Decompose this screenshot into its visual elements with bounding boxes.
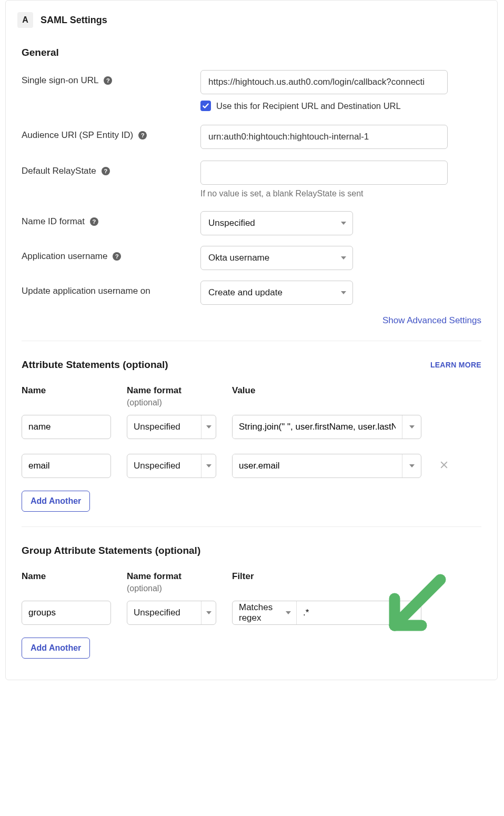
chevron-down-icon bbox=[286, 611, 291, 614]
remove-row-button[interactable] bbox=[437, 459, 449, 473]
group-attribute-statements-heading: Group Attribute Statements (optional) bbox=[22, 545, 200, 556]
row-update-username-on: Update application username on Create an… bbox=[22, 281, 481, 305]
attr-value-input[interactable] bbox=[233, 415, 402, 439]
group-table-header: Name Name format (optional) Filter bbox=[6, 571, 497, 593]
panel-title: SAML Settings bbox=[41, 15, 107, 26]
attr-value-dropdown-button[interactable] bbox=[402, 454, 421, 477]
audience-uri-label: Audience URI (SP Entity ID) bbox=[22, 130, 133, 141]
th-name-format-sub: (optional) bbox=[127, 398, 232, 407]
app-username-select[interactable]: Okta username bbox=[200, 246, 353, 270]
attr-table-header: Name Name format (optional) Value bbox=[6, 385, 497, 407]
th-value: Value bbox=[232, 385, 379, 407]
chevron-down-icon bbox=[409, 464, 415, 467]
step-badge: A bbox=[17, 12, 33, 28]
group-attribute-statements-header: Group Attribute Statements (optional) bbox=[6, 545, 497, 556]
row-relaystate: Default RelayState ? If no value is set,… bbox=[22, 161, 481, 198]
sso-recipient-checkbox[interactable] bbox=[200, 101, 211, 111]
update-username-on-select[interactable]: Create and update bbox=[200, 281, 353, 305]
app-username-label: Application username bbox=[22, 251, 107, 262]
divider bbox=[22, 341, 481, 341]
group-filter-value-input[interactable] bbox=[297, 601, 421, 624]
group-name-input[interactable] bbox=[22, 601, 111, 625]
nameid-format-value: Unspecified bbox=[208, 218, 255, 228]
saml-settings-panel: A SAML Settings General Single sign-on U… bbox=[5, 0, 498, 680]
relaystate-hint: If no value is set, a blank RelayState i… bbox=[200, 189, 481, 198]
panel-header: A SAML Settings bbox=[6, 1, 497, 32]
group-format-value: Unspecified bbox=[134, 608, 180, 618]
attr-value-dropdown-button[interactable] bbox=[402, 415, 421, 439]
attr-format-select[interactable]: Unspecified bbox=[127, 454, 216, 478]
row-nameid-format: Name ID format ? Unspecified bbox=[22, 211, 481, 235]
row-sso-url: Single sign-on URL ? Use this for Recipi… bbox=[22, 70, 481, 111]
attr-format-value: Unspecified bbox=[134, 461, 180, 471]
attribute-statements-header: Attribute Statements (optional) LEARN MO… bbox=[6, 359, 497, 371]
nameid-format-select[interactable]: Unspecified bbox=[200, 211, 353, 235]
help-icon[interactable]: ? bbox=[104, 76, 112, 85]
add-another-group-button[interactable]: Add Another bbox=[22, 638, 90, 659]
relaystate-label: Default RelayState bbox=[22, 166, 96, 176]
row-app-username: Application username ? Okta username bbox=[22, 246, 481, 270]
add-another-attr-button[interactable]: Add Another bbox=[22, 491, 90, 512]
th-name-format-sub: (optional) bbox=[127, 584, 232, 593]
th-filter: Filter bbox=[232, 571, 379, 593]
help-icon[interactable]: ? bbox=[102, 167, 110, 175]
update-username-on-label: Update application username on bbox=[22, 286, 150, 296]
attr-row: Unspecified bbox=[6, 454, 497, 478]
chevron-down-icon bbox=[341, 222, 346, 225]
chevron-down-icon bbox=[341, 256, 346, 260]
chevron-down-icon bbox=[409, 425, 415, 429]
chevron-down-icon bbox=[341, 291, 346, 294]
relaystate-input[interactable] bbox=[200, 161, 448, 185]
group-attr-row: Unspecified Matches regex bbox=[6, 601, 497, 625]
sso-url-label: Single sign-on URL bbox=[22, 75, 98, 86]
learn-more-link[interactable]: LEARN MORE bbox=[430, 361, 481, 369]
group-format-select[interactable]: Unspecified bbox=[127, 601, 216, 625]
help-icon[interactable]: ? bbox=[90, 217, 98, 226]
divider bbox=[22, 526, 481, 527]
attr-row: Unspecified bbox=[6, 415, 497, 439]
th-name-format: Name format bbox=[127, 571, 182, 581]
attr-value-input[interactable] bbox=[233, 454, 402, 477]
chevron-down-icon bbox=[206, 611, 211, 614]
help-icon[interactable]: ? bbox=[138, 131, 147, 140]
app-username-value: Okta username bbox=[208, 253, 269, 263]
group-filter-type-select[interactable]: Matches regex bbox=[233, 601, 297, 624]
attr-name-input[interactable] bbox=[22, 454, 111, 478]
show-advanced-settings-link[interactable]: Show Advanced Settings bbox=[382, 315, 481, 326]
attr-format-select[interactable]: Unspecified bbox=[127, 415, 216, 439]
chevron-down-icon bbox=[206, 464, 211, 467]
section-heading-general: General bbox=[22, 47, 481, 58]
th-name: Name bbox=[22, 571, 127, 593]
general-section: General Single sign-on URL ? Use this fo… bbox=[6, 47, 497, 305]
row-audience-uri: Audience URI (SP Entity ID) ? bbox=[22, 125, 481, 149]
attr-name-input[interactable] bbox=[22, 415, 111, 439]
update-username-on-value: Create and update bbox=[208, 287, 283, 298]
group-filter-type-value: Matches regex bbox=[239, 602, 286, 623]
attr-format-value: Unspecified bbox=[134, 422, 180, 432]
help-icon[interactable]: ? bbox=[113, 252, 121, 261]
chevron-down-icon bbox=[206, 425, 211, 429]
nameid-format-label: Name ID format bbox=[22, 216, 85, 227]
audience-uri-input[interactable] bbox=[200, 125, 448, 149]
attribute-statements-heading: Attribute Statements (optional) bbox=[22, 359, 168, 371]
sso-recipient-checkbox-label: Use this for Recipient URL and Destinati… bbox=[216, 101, 401, 111]
th-name: Name bbox=[22, 385, 127, 407]
sso-url-input[interactable] bbox=[200, 70, 448, 94]
th-name-format: Name format bbox=[127, 385, 182, 395]
